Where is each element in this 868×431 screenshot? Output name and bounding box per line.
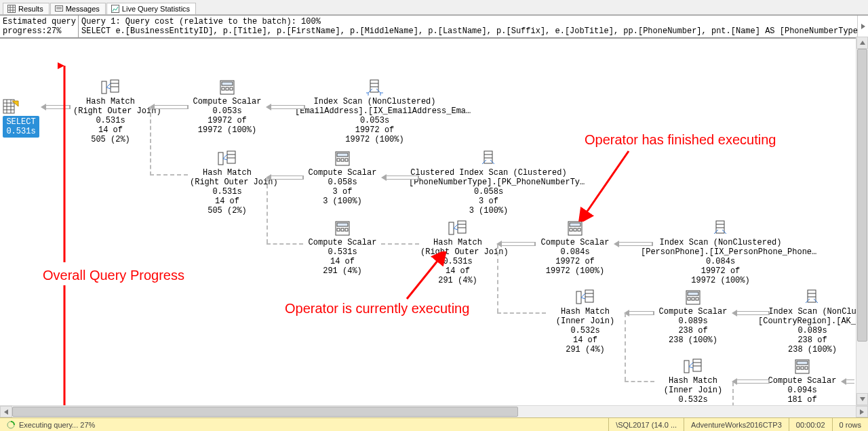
svg-rect-26 xyxy=(370,80,378,92)
svg-rect-72 xyxy=(696,297,698,300)
op-hash-match-4[interactable]: Hash Match (Inner Join) 0.532s 14 of 291… xyxy=(548,289,623,354)
status-executing: Executing query... 27% xyxy=(0,418,102,431)
svg-rect-58 xyxy=(578,228,580,231)
op-compute-scalar-1[interactable]: Compute Scalar 0.053s 19972 of 19972 (10… xyxy=(190,79,264,135)
hash-match-icon xyxy=(656,358,730,375)
status-server: \SQL2017 (14.0 ... xyxy=(608,418,684,431)
scroll-h-track[interactable] xyxy=(12,406,856,417)
svg-rect-38 xyxy=(341,159,344,161)
svg-rect-49 xyxy=(458,221,466,233)
svg-rect-44 xyxy=(337,223,348,226)
scrollbar-vertical[interactable] xyxy=(856,37,868,405)
svg-rect-39 xyxy=(345,159,348,161)
svg-rect-57 xyxy=(574,228,576,231)
op-compute-scalar-3[interactable]: Compute Scalar 0.531s 14 of 291 (4%) xyxy=(305,220,380,276)
flow-arrow xyxy=(624,310,654,316)
red-arrow-icon xyxy=(58,62,71,413)
scroll-v-thumb[interactable] xyxy=(857,49,867,342)
scrollbar-horizontal[interactable] xyxy=(0,405,868,417)
op-index-scan-country[interactable]: Index Scan (NonClu [CountryRegion].[AK_C… xyxy=(758,289,867,354)
status-elapsed: 00:00:02 xyxy=(789,418,832,431)
svg-rect-56 xyxy=(570,228,572,231)
status-bar: Executing query... 27% \SQL2017 (14.0 ..… xyxy=(0,417,868,431)
messages-icon xyxy=(55,5,63,13)
flow-arrow xyxy=(266,174,304,181)
flow-dotted xyxy=(267,178,268,243)
svg-rect-77 xyxy=(693,359,701,371)
estimated-progress: Estimated query progress:27% xyxy=(0,15,79,38)
svg-rect-62 xyxy=(576,291,581,304)
execution-plan-canvas[interactable]: SELECT 0.531s Hash Match (Right Outer Jo… xyxy=(0,39,868,413)
op-hash-match-5[interactable]: Hash Match (Inner Join) 0.532s 14 of 291… xyxy=(656,358,730,413)
compute-scalar-icon xyxy=(305,150,380,167)
compute-scalar-icon xyxy=(190,79,264,96)
svg-rect-23 xyxy=(222,87,224,90)
svg-line-93 xyxy=(584,151,629,216)
scroll-v-track[interactable] xyxy=(856,49,868,393)
flow-arrow xyxy=(841,378,854,385)
tab-results[interactable]: Results xyxy=(3,3,50,14)
svg-rect-30 xyxy=(227,151,235,163)
svg-line-80 xyxy=(689,363,693,367)
svg-rect-84 xyxy=(797,367,800,369)
flow-dotted xyxy=(625,381,654,382)
svg-rect-15 xyxy=(102,81,106,94)
tab-live-label: Live Query Statistics xyxy=(122,5,190,13)
op-select[interactable]: SELECT 0.531s xyxy=(3,98,39,138)
compute-scalar-icon xyxy=(765,358,840,375)
tab-live-stats[interactable]: Live Query Statistics xyxy=(106,3,196,14)
svg-rect-47 xyxy=(345,228,348,231)
svg-line-33 xyxy=(223,155,227,159)
index-scan-icon xyxy=(641,220,800,237)
flow-dotted xyxy=(497,245,498,312)
scroll-h-thumb[interactable] xyxy=(12,407,518,417)
spinner-icon xyxy=(7,421,15,429)
op-compute-scalar-6[interactable]: Compute Scalar 0.094s 181 of 181 (100%) xyxy=(765,358,840,413)
svg-rect-25 xyxy=(230,87,233,90)
op-index-scan-email[interactable]: Index Scan (NonClustered) [EmailAddress]… xyxy=(295,79,454,144)
svg-rect-16 xyxy=(111,80,119,92)
op-compute-scalar-4[interactable]: Compute Scalar 0.084s 19972 of 19972 (10… xyxy=(538,220,612,276)
query-sql-line: SELECT e.[BusinessEntityID], p.[Title], … xyxy=(81,26,865,36)
compute-scalar-icon xyxy=(305,220,380,237)
scroll-right-button[interactable] xyxy=(856,406,868,417)
flow-arrow xyxy=(149,104,189,110)
flow-dotted xyxy=(150,106,151,176)
scroll-left-button[interactable] xyxy=(0,406,12,417)
grid-icon xyxy=(7,5,16,13)
hash-match-icon xyxy=(548,289,623,306)
scroll-down-button[interactable] xyxy=(856,393,868,405)
svg-rect-40 xyxy=(484,151,492,163)
hash-match-icon xyxy=(190,150,264,167)
flow-dotted xyxy=(150,174,188,176)
query-text: Query 1: Query cost (relative to the bat… xyxy=(79,15,868,38)
op-hash-match-1[interactable]: Hash Match (Right Outer Join) 0.531s 14 … xyxy=(73,79,148,144)
flow-dotted xyxy=(625,313,626,381)
select-icon xyxy=(3,98,39,115)
op-index-scan-personphone[interactable]: Index Scan (NonClustered) [PersonPhone].… xyxy=(641,220,800,285)
op-select-time: 0.531s xyxy=(4,127,38,136)
annotation-finished: Operator has finished executing xyxy=(585,132,776,148)
op-compute-scalar-5[interactable]: Compute Scalar 0.089s 238 of 238 (100%) xyxy=(656,289,730,345)
svg-rect-55 xyxy=(570,223,580,226)
compute-scalar-icon xyxy=(538,220,612,237)
tab-results-label: Results xyxy=(18,5,43,13)
svg-line-19 xyxy=(106,83,111,87)
svg-rect-73 xyxy=(808,290,816,302)
op-hash-match-3[interactable]: Hash Match (Right Outer Join) 0.531s 14 … xyxy=(420,220,495,285)
op-compute-scalar-2[interactable]: Compute Scalar 0.058s 3 of 3 (100%) xyxy=(305,150,380,206)
flow-arrow xyxy=(732,378,770,385)
header-scroll-right[interactable] xyxy=(857,16,868,37)
scroll-up-button[interactable] xyxy=(856,37,868,49)
flow-arrow xyxy=(41,104,71,110)
tab-messages[interactable]: Messages xyxy=(50,3,106,14)
op-clustered-index-scan[interactable]: Clustered Index Scan (Clustered) [PhoneN… xyxy=(409,150,568,216)
svg-rect-48 xyxy=(449,222,454,234)
svg-rect-0 xyxy=(8,5,16,13)
live-stats-icon xyxy=(111,5,119,13)
op-hash-match-2[interactable]: Hash Match (Right Outer Join) 0.531s 14 … xyxy=(190,150,264,216)
flow-arrow xyxy=(614,241,653,247)
svg-rect-22 xyxy=(222,82,233,85)
flow-dotted xyxy=(381,243,419,245)
query-cost-line: Query 1: Query cost (relative to the bat… xyxy=(81,17,865,26)
